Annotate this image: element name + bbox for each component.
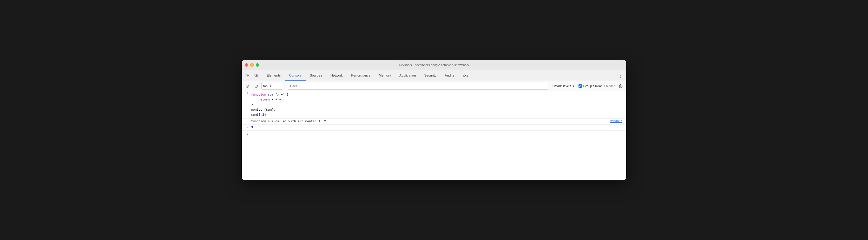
window-title: DevTools - developers.google.com/web/sho… (399, 63, 469, 67)
more-tabs-button[interactable]: ⋮ (617, 72, 624, 79)
result-gutter: ← (242, 125, 250, 129)
traffic-lights (245, 63, 259, 66)
tab-application[interactable]: Application (395, 70, 420, 81)
output-gutter (242, 119, 250, 120)
tab-console[interactable]: Console (285, 70, 306, 81)
tab-memory[interactable]: Memory (375, 70, 395, 81)
code-line-3: } (251, 102, 625, 107)
console-toolbar: top ▼ Default levels ▼ Group similar 1 h… (242, 81, 626, 91)
close-button[interactable] (245, 63, 248, 66)
tab-security[interactable]: Security (420, 70, 440, 81)
context-selector-arrow: ▼ (269, 85, 272, 87)
svg-point-7 (620, 86, 621, 87)
device-toolbar-button[interactable] (252, 72, 259, 79)
result-value: 3 (250, 125, 626, 130)
console-entry-result: ← 3 (242, 125, 626, 131)
console-settings-button[interactable] (617, 82, 624, 90)
block-requests-button[interactable] (253, 82, 260, 90)
tab-elements[interactable]: Elements (262, 70, 285, 81)
console-input[interactable] (250, 132, 626, 136)
console-entry-output: function sum called with arguments: 1, 2… (242, 119, 626, 125)
console-output-area: 2 function sum (x,y) { return x + y; } m… (242, 91, 626, 180)
levels-arrow-icon: ▼ (572, 85, 575, 87)
nav-tabs-bar: Elements Console Sources Network Perform… (242, 70, 626, 81)
tab-audits[interactable]: Audits (440, 70, 458, 81)
console-entry-code: 2 function sum (x,y) { return x + y; } m… (242, 91, 626, 119)
hidden-count-badge: 1 hidden (603, 84, 615, 88)
prompt-gutter: › (242, 132, 250, 137)
tab-sources[interactable]: Sources (306, 70, 327, 81)
svg-rect-1 (257, 75, 257, 77)
clear-console-button[interactable] (244, 82, 251, 90)
group-similar-checkbox[interactable] (579, 84, 582, 88)
tab-performance[interactable]: Performance (347, 70, 374, 81)
context-selector[interactable]: top ▼ (261, 83, 282, 89)
tab-network[interactable]: Network (327, 70, 347, 81)
title-bar: DevTools - developers.google.com/web/sho… (242, 60, 626, 70)
group-similar-label[interactable]: Group similar (579, 84, 602, 88)
filter-input[interactable] (288, 83, 549, 89)
maximize-button[interactable] (256, 63, 259, 66)
output-text: function sum called with arguments: 1, 2 (250, 119, 609, 124)
console-input-row[interactable]: › (242, 131, 626, 138)
inspect-element-button[interactable] (244, 72, 251, 79)
minimize-button[interactable] (250, 63, 254, 66)
entry-code-content: function sum (x,y) { return x + y; } mon… (250, 91, 626, 118)
levels-dropdown-button[interactable]: Default levels ▼ (551, 84, 577, 89)
code-line-2: return x + y; (251, 97, 625, 102)
nav-icons (244, 72, 259, 79)
code-line-4: monitor(sum); (251, 107, 625, 112)
output-source-link[interactable]: VM580:2 (609, 119, 626, 124)
tab-axe[interactable]: aXe (458, 70, 472, 81)
entry-line-number: 2 (242, 91, 250, 96)
devtools-window: DevTools - developers.google.com/web/sho… (242, 60, 626, 180)
toolbar-divider (285, 83, 285, 89)
code-line-5: sum(1,2); (251, 112, 625, 117)
svg-line-4 (247, 85, 248, 87)
code-line-1: function sum (x,y) { (251, 92, 625, 97)
